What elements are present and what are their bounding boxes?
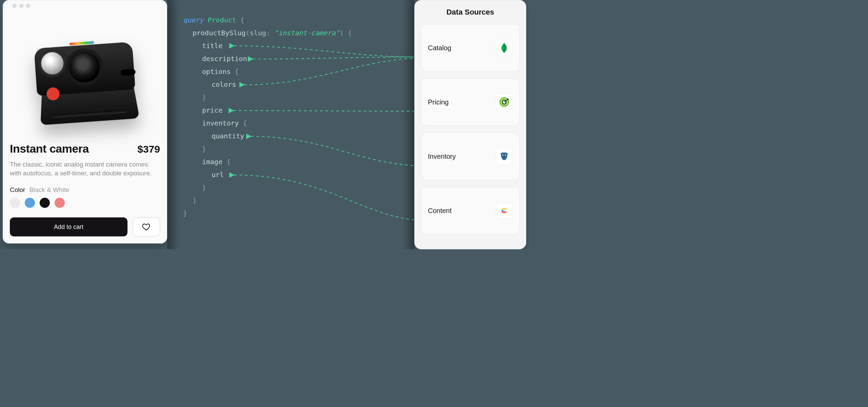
product-title: Instant camera [10, 142, 89, 155]
contentful-icon [496, 202, 513, 219]
postgres-icon [496, 148, 513, 165]
op-name: Product [208, 16, 236, 24]
window-titlebar [10, 0, 160, 11]
product-card: Instant camera $379 The classic, iconic … [3, 0, 167, 244]
source-label: Inventory [428, 153, 456, 160]
product-price: $379 [137, 143, 160, 155]
swatch-1[interactable] [25, 198, 35, 208]
field-image: image [202, 158, 222, 166]
kw-query: query [183, 16, 203, 24]
product-description: The classic, iconic analog instant camer… [10, 160, 160, 178]
field-price: price [202, 106, 222, 114]
product-image [10, 11, 160, 140]
field-title: title [202, 42, 222, 50]
svg-point-5 [505, 154, 506, 155]
source-label: Pricing [428, 98, 449, 106]
mongodb-icon [496, 39, 513, 56]
swatch-3[interactable] [55, 198, 65, 208]
field-inventory: inventory [202, 119, 239, 127]
swatch-0[interactable] [10, 198, 20, 208]
traffic-light-minimize[interactable] [19, 4, 23, 8]
graphql-query: query Product { productBySlug(slug: "ins… [183, 14, 393, 220]
add-to-cart-button[interactable]: Add to cart [10, 217, 127, 236]
arg-value: "instant-camera" [274, 29, 340, 37]
source-catalog[interactable]: Catalog [421, 24, 520, 72]
source-label: Catalog [428, 44, 451, 52]
favorite-button[interactable] [133, 217, 160, 236]
source-pricing[interactable]: Pricing [421, 78, 520, 126]
field-colors: colors [212, 80, 236, 89]
color-swatches [10, 198, 160, 208]
field-description: description [202, 55, 247, 63]
source-content[interactable]: Content [421, 187, 520, 234]
heart-icon [142, 222, 151, 231]
root-field: productBySlug [193, 29, 246, 37]
traffic-light-close[interactable] [13, 4, 17, 8]
radar-icon [496, 94, 513, 111]
option-label: Color [10, 186, 25, 194]
data-sources-panel: Data Sources Catalog Pricing Inventory [414, 0, 526, 249]
swatch-2[interactable] [40, 198, 50, 208]
field-url: url [212, 171, 224, 179]
traffic-light-zoom[interactable] [26, 4, 30, 8]
field-options: options [202, 67, 231, 76]
field-quantity: quantity [212, 132, 244, 140]
svg-point-4 [502, 154, 503, 155]
svg-point-3 [507, 99, 509, 100]
sources-heading: Data Sources [421, 8, 520, 17]
source-inventory[interactable]: Inventory [421, 133, 520, 180]
source-label: Content [428, 207, 452, 215]
option-value: Black & White [29, 186, 69, 194]
arg-name: slug [250, 29, 266, 37]
